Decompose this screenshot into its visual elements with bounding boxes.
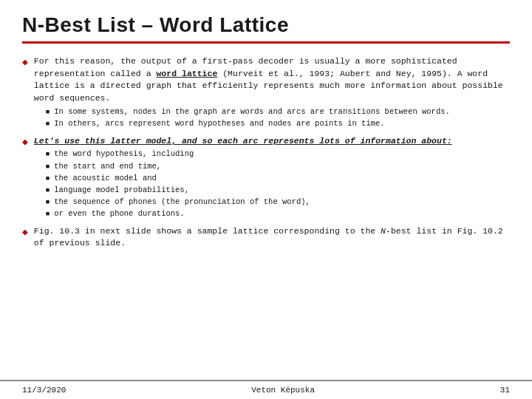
bullet-1-text: For this reason, the output of a first-p…	[34, 55, 510, 131]
bullet-1: ◆ For this reason, the output of a first…	[22, 55, 510, 131]
bullet-2: ◆ Let's use this latter model, and so ea…	[22, 135, 510, 221]
sub-bullet-2-2-text: the start and end time,	[54, 161, 161, 172]
footer-page: 31	[500, 386, 510, 395]
sub-bullet-2-4: ■ language model probabilities,	[46, 185, 452, 196]
footer-date: 11/3/2020	[22, 386, 66, 395]
sub-bullet-2-5-text: the sequence of phones (the pronunciatio…	[54, 197, 310, 208]
bullet-2-text: Let's use this latter model, and so each…	[34, 135, 452, 221]
bullet-3-icon: ◆	[22, 226, 28, 238]
sub-bullet-2-5: ■ the sequence of phones (the pronunciat…	[46, 197, 452, 208]
sub-bullet-2-2: ■ the start and end time,	[46, 161, 452, 172]
sub-bullet-1-1: ■ In some systems, nodes in the graph ar…	[46, 106, 510, 117]
sub-bullet-2-6: ■ or even the phone durations.	[46, 208, 452, 219]
bullet-3: ◆ Fig. 10.3 in next slide shows a sample…	[22, 225, 510, 250]
sub-bullet-2-1: ■ the word hypothesis, including	[46, 149, 452, 160]
bullet-3-text: Fig. 10.3 in next slide shows a sample l…	[34, 225, 510, 250]
sub-bullet-2-6-text: or even the phone durations.	[54, 208, 184, 219]
slide: N-Best List – Word Lattice ◆ For this re…	[0, 0, 532, 399]
bullet-2-icon: ◆	[22, 136, 28, 148]
bullet-1-icon: ◆	[22, 56, 28, 68]
bullet-2-subbullets: ■ the word hypothesis, including ■ the s…	[46, 149, 452, 219]
sub-bullet-2-6-icon: ■	[46, 210, 50, 219]
slide-title: N-Best List – Word Lattice	[22, 13, 510, 37]
sub-bullet-2-3: ■ the acoustic model and	[46, 173, 452, 184]
sub-bullet-2-5-icon: ■	[46, 198, 50, 208]
sub-bullet-2-2-icon: ■	[46, 163, 50, 172]
sub-bullet-2-1-text: the word hypothesis, including	[54, 149, 194, 160]
sub-bullet-1-2: ■ In others, arcs represent word hypothe…	[46, 118, 510, 129]
sub-bullet-1-2-icon: ■	[46, 120, 50, 129]
slide-content: ◆ For this reason, the output of a first…	[0, 50, 532, 380]
sub-bullet-2-1-icon: ■	[46, 150, 50, 160]
sub-bullet-1-2-text: In others, arcs represent word hypothese…	[54, 118, 384, 129]
sub-bullet-1-1-text: In some systems, nodes in the graph are …	[54, 106, 450, 117]
sub-bullet-1-1-icon: ■	[46, 108, 50, 117]
bullet-1-subbullets: ■ In some systems, nodes in the graph ar…	[46, 106, 510, 129]
title-underline	[22, 41, 510, 44]
sub-bullet-2-4-icon: ■	[46, 186, 50, 196]
slide-footer: 11/3/2020 Veton Këpuska 31	[0, 380, 532, 399]
sub-bullet-2-3-icon: ■	[46, 174, 50, 184]
sub-bullet-2-3-text: the acoustic model and	[54, 173, 157, 184]
slide-header: N-Best List – Word Lattice	[0, 0, 532, 50]
sub-bullet-2-4-text: language model probabilities,	[54, 185, 189, 196]
footer-presenter: Veton Këpuska	[251, 386, 315, 395]
